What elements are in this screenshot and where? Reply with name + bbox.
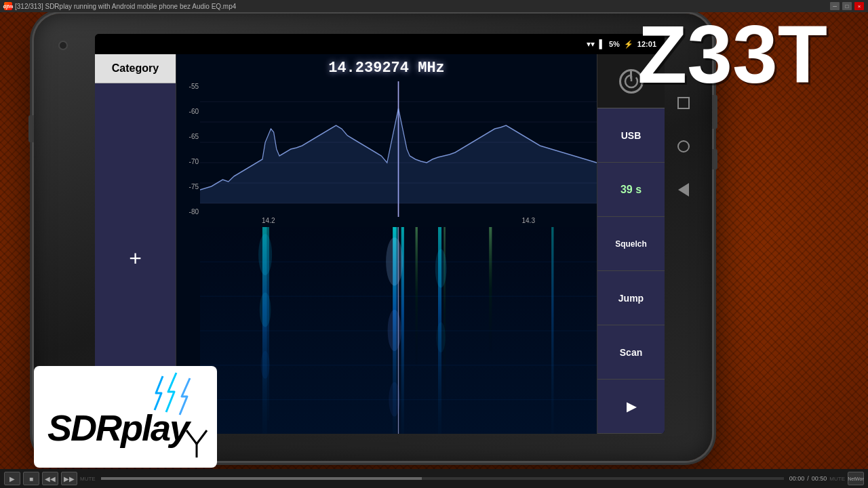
spectrum-area: 14.239274 MHz -55 -60 -65 -70 -75 -80 xyxy=(176,54,597,434)
right-panel: USB 39 s Squelch Jump Scan ▶ xyxy=(597,54,665,434)
waterfall-area xyxy=(200,227,597,434)
nav-buttons xyxy=(675,95,692,198)
frequency-display: 14.239274 MHz xyxy=(328,60,445,77)
spectrum-svg xyxy=(200,81,597,217)
db-label-65: -65 xyxy=(178,133,199,140)
svg-point-29 xyxy=(389,382,400,417)
spectrum-canvas xyxy=(200,81,597,217)
category-button[interactable]: Category xyxy=(95,54,176,83)
progress-fill xyxy=(101,477,422,480)
back-icon xyxy=(678,183,689,197)
svg-point-26 xyxy=(260,351,269,379)
phone-volume-button[interactable] xyxy=(712,149,717,169)
svg-text:SDRplay: SDRplay xyxy=(47,407,192,448)
scan-button[interactable]: Scan xyxy=(597,325,665,380)
taskbar-network[interactable]: NetWor xyxy=(848,472,864,485)
nav-circle-button[interactable] xyxy=(675,138,692,155)
svg-point-25 xyxy=(260,293,271,327)
titlebar-title: [312/313] SDRplay running with Android m… xyxy=(15,3,236,10)
taskbar: ▶ ■ ◀◀ ▶▶ MUTE 00:00 / 00:50 MUTE NetWor xyxy=(0,469,868,488)
close-button[interactable]: × xyxy=(854,2,864,10)
titlebar-buttons: ─ □ × xyxy=(830,2,864,10)
jump-button[interactable]: Jump xyxy=(597,271,665,325)
squelch-button[interactable]: Squelch xyxy=(597,217,665,271)
svg-rect-13 xyxy=(416,227,418,365)
circle-icon xyxy=(677,140,690,152)
svg-point-27 xyxy=(386,237,403,285)
time-current: 00:00 xyxy=(789,475,805,482)
sdrplay-logo: SDRplay xyxy=(34,366,217,468)
db-label-55: -55 xyxy=(178,83,199,90)
phone-camera xyxy=(58,41,68,50)
svg-point-24 xyxy=(258,234,272,275)
watermark-text: Z33T xyxy=(637,14,827,95)
db-label-60: -60 xyxy=(178,108,199,115)
freq-label-143: 14.3 xyxy=(522,217,535,224)
usb-button[interactable]: USB xyxy=(597,108,665,163)
battery-percent: 5% xyxy=(609,40,620,48)
charging-icon: ⚡ xyxy=(624,40,633,49)
minimize-button[interactable]: ─ xyxy=(830,2,840,10)
phone-power-button[interactable] xyxy=(712,95,717,129)
svg-rect-16 xyxy=(489,227,492,351)
phone-speaker xyxy=(346,442,400,447)
time-separator: / xyxy=(807,475,809,482)
waterfall-svg xyxy=(200,227,597,434)
svg-point-28 xyxy=(388,310,401,351)
maximize-button[interactable]: □ xyxy=(842,2,852,10)
db-label-70: -70 xyxy=(178,158,199,165)
freq-axis: 14.2 14.3 xyxy=(200,214,597,227)
signal-icon: ▌ xyxy=(599,39,605,49)
nav-back-button[interactable] xyxy=(675,182,692,198)
app-icon: djfm xyxy=(4,2,12,10)
taskbar-next-button[interactable]: ▶▶ xyxy=(61,472,77,485)
sdrplay-svg: SDRplay xyxy=(34,366,217,468)
titlebar: djfm [312/313] SDRplay running with Andr… xyxy=(0,0,868,12)
svg-point-30 xyxy=(435,249,447,288)
timer-display: 39 s xyxy=(597,163,665,217)
taskbar-stop-button[interactable]: ■ xyxy=(23,472,39,485)
status-bar: ▾▾ ▌ 5% ⚡ 12:01 xyxy=(95,34,665,54)
taskbar-prev-button[interactable]: ◀◀ xyxy=(42,472,58,485)
taskbar-vol-label: MUTE xyxy=(80,476,96,482)
db-label-75: -75 xyxy=(178,183,199,190)
time-total: 00:50 xyxy=(812,475,827,482)
progress-bar[interactable] xyxy=(101,477,784,480)
svg-line-37 xyxy=(197,430,207,444)
db-scale: -55 -60 -65 -70 -75 -80 xyxy=(176,81,200,217)
taskbar-play-button[interactable]: ▶ xyxy=(4,472,20,485)
db-label-80: -80 xyxy=(178,208,199,216)
wifi-icon: ▾▾ xyxy=(587,39,595,49)
svg-point-31 xyxy=(436,322,445,352)
freq-label-142: 14.2 xyxy=(262,217,275,224)
taskbar-mute: MUTE xyxy=(829,476,845,482)
play-button[interactable]: ▶ xyxy=(597,380,665,434)
taskbar-right: MUTE NetWor xyxy=(829,472,864,485)
titlebar-left: djfm [312/313] SDRplay running with Andr… xyxy=(4,2,236,10)
phone-left-button[interactable] xyxy=(28,115,34,142)
